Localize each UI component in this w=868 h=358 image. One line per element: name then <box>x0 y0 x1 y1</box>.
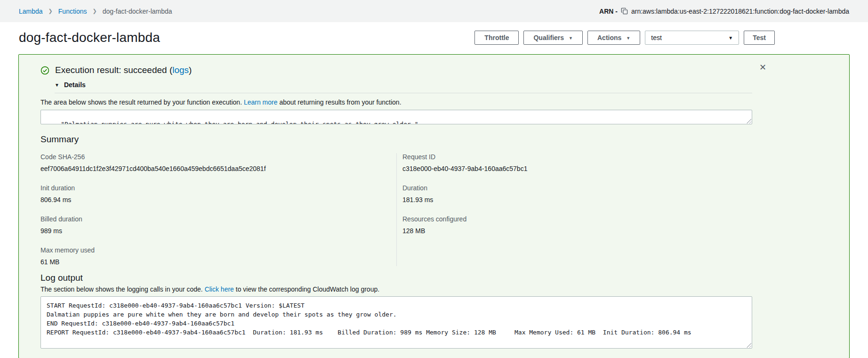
log-intro-text: The section below shows the logging call… <box>40 285 205 293</box>
breadcrumb-current: dog-fact-docker-lambda <box>103 8 172 15</box>
result-intro-text: The area below shows the result returned… <box>40 98 244 106</box>
throttle-button[interactable]: Throttle <box>474 31 519 45</box>
function-arn: ARN - arn:aws:lambda:us-east-2:127222018… <box>599 8 849 15</box>
triangle-down-icon: ▼ <box>55 82 59 88</box>
learn-more-link[interactable]: Learn more <box>244 98 278 106</box>
log-output-heading: Log output <box>40 273 752 283</box>
summary-value: c318e000-eb40-4937-9ab4-160aa6c57bc1 <box>402 165 752 173</box>
summary-grid: Code SHA-256 eef7006a64911dc1f2e3f42971c… <box>40 153 752 266</box>
summary-label: Code SHA-256 <box>40 153 396 161</box>
summary-label: Init duration <box>40 184 396 192</box>
action-buttons: Throttle Qualifiers ▼ Actions ▼ test ▼ T… <box>474 31 775 45</box>
chevron-right-icon: ❯ <box>93 8 97 14</box>
execution-result-title: Execution result: succeeded (logs) <box>55 65 192 75</box>
result-output-value: "Dalmatian puppies are pure white when t… <box>61 121 418 124</box>
close-button[interactable]: ✕ <box>759 63 766 72</box>
log-line: Dalmatian puppies are pure white when th… <box>47 310 746 319</box>
summary-left-column: Code SHA-256 eef7006a64911dc1f2e3f42971c… <box>40 153 396 266</box>
summary-value: 181.93 ms <box>402 196 752 204</box>
result-intro-text-suffix: about returning results from your functi… <box>278 98 402 106</box>
actions-button[interactable]: Actions ▼ <box>587 31 640 45</box>
breadcrumb-link-functions[interactable]: Functions <box>58 8 87 15</box>
summary-item-resources-configured: Resources configured 128 MB <box>402 215 752 235</box>
test-event-selected-value: test <box>651 34 662 41</box>
summary-value: eef7006a64911dc1f2e3f42971cd400ba540e166… <box>40 165 396 173</box>
summary-heading: Summary <box>40 134 752 145</box>
execution-result-text-suffix: ) <box>189 65 192 75</box>
details-label: Details <box>64 81 86 89</box>
log-output-textarea[interactable]: START RequestId: c318e000-eb40-4937-9ab4… <box>40 296 752 349</box>
breadcrumb: Lambda ❯ Functions ❯ dog-fact-docker-lam… <box>19 8 172 15</box>
throttle-button-label: Throttle <box>484 34 509 41</box>
log-intro: The section below shows the logging call… <box>40 285 752 293</box>
resize-handle-icon[interactable] <box>747 119 751 123</box>
caret-down-icon: ▼ <box>626 36 630 41</box>
qualifiers-button-label: Qualifiers <box>533 34 564 41</box>
result-output-textarea[interactable]: "Dalmatian puppies are pure white when t… <box>40 110 752 124</box>
arn-value: arn:aws:lambda:us-east-2:127222018621:fu… <box>631 8 849 15</box>
execution-result-banner: ✕ Execution result: succeeded (logs) ▼ D… <box>18 54 850 358</box>
log-line: REPORT RequestId: c318e000-eb40-4937-9ab… <box>47 328 746 337</box>
caret-down-icon: ▼ <box>569 36 573 41</box>
summary-value: 128 MB <box>402 227 752 235</box>
summary-value: 61 MB <box>40 258 396 266</box>
execution-result-header: Execution result: succeeded (logs) <box>40 65 752 75</box>
close-icon: ✕ <box>759 63 766 72</box>
summary-item-max-memory-used: Max memory used 61 MB <box>40 246 396 266</box>
breadcrumb-link-lambda[interactable]: Lambda <box>19 8 43 15</box>
summary-label: Max memory used <box>40 246 396 254</box>
page-title: dog-fact-docker-lambda <box>19 30 160 45</box>
summary-item-code-sha256: Code SHA-256 eef7006a64911dc1f2e3f42971c… <box>40 153 396 173</box>
success-icon <box>40 66 49 75</box>
result-intro: The area below shows the result returned… <box>40 98 752 106</box>
log-line: END RequestId: c318e000-eb40-4937-9ab4-1… <box>47 319 746 328</box>
top-bar: Lambda ❯ Functions ❯ dog-fact-docker-lam… <box>0 0 868 22</box>
qualifiers-button[interactable]: Qualifiers ▼ <box>523 31 583 45</box>
summary-value: 989 ms <box>40 227 396 235</box>
copy-icon[interactable] <box>621 8 628 15</box>
logs-link[interactable]: logs <box>172 65 189 75</box>
execution-result-text: Execution result: succeeded ( <box>55 65 172 75</box>
summary-label: Duration <box>402 184 752 192</box>
arn-label: ARN - <box>599 8 618 15</box>
resize-handle-icon[interactable] <box>747 343 751 348</box>
summary-label: Request ID <box>402 153 752 161</box>
actions-button-label: Actions <box>597 34 621 41</box>
details-toggle[interactable]: ▼ Details <box>55 81 86 89</box>
test-button[interactable]: Test <box>744 31 775 45</box>
summary-value: 806.94 ms <box>40 196 396 204</box>
summary-label: Billed duration <box>40 215 396 223</box>
summary-right-column: Request ID c318e000-eb40-4937-9ab4-160aa… <box>396 153 752 266</box>
test-event-select[interactable]: test ▼ <box>645 31 739 45</box>
summary-item-duration: Duration 181.93 ms <box>402 184 752 204</box>
summary-item-request-id: Request ID c318e000-eb40-4937-9ab4-160aa… <box>402 153 752 173</box>
test-button-label: Test <box>753 34 766 41</box>
caret-down-icon: ▼ <box>728 36 733 41</box>
summary-item-init-duration: Init duration 806.94 ms <box>40 184 396 204</box>
log-intro-text-suffix: to view the corresponding CloudWatch log… <box>234 285 379 293</box>
details-divider <box>55 93 752 93</box>
function-header: dog-fact-docker-lambda Throttle Qualifie… <box>0 22 868 49</box>
chevron-right-icon: ❯ <box>48 8 53 14</box>
summary-label: Resources configured <box>402 215 752 223</box>
log-line: START RequestId: c318e000-eb40-4937-9ab4… <box>47 301 746 310</box>
click-here-link[interactable]: Click here <box>205 285 234 293</box>
summary-item-billed-duration: Billed duration 989 ms <box>40 215 396 235</box>
